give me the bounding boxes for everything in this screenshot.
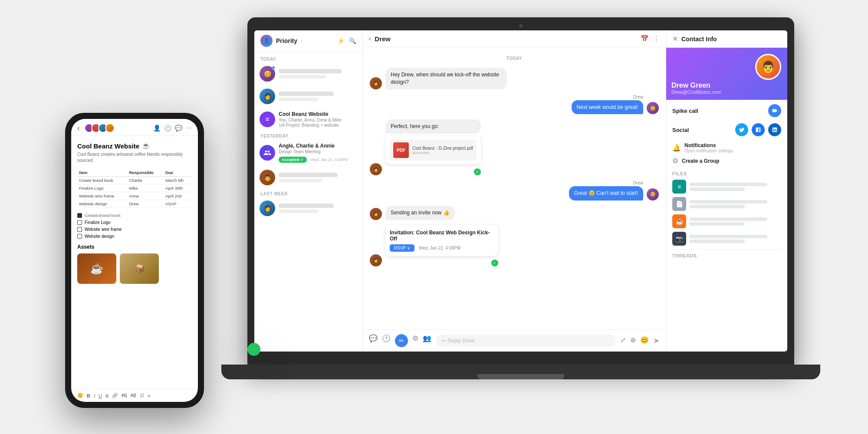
file-attachment: PDF Cool Beanz - D-Zine project.pdf docu… (390, 140, 477, 161)
table-row: Create brand book Charlie March 5th (77, 177, 192, 184)
file-icon-1: ≡ (672, 180, 686, 194)
file-row-3: ☕ (672, 214, 781, 228)
checkbox-4[interactable] (77, 234, 82, 239)
checklist-button[interactable]: ☑ (140, 393, 144, 398)
linkedin-button[interactable] (768, 123, 781, 136)
date-today: TODAY (370, 56, 659, 61)
msg-bubble-4: Great 😊 Can't wait to start! (569, 186, 643, 201)
send-icon[interactable]: ➤ (653, 336, 660, 345)
add-icon[interactable]: ⊕ (630, 336, 636, 345)
video-call-button[interactable] (768, 104, 781, 117)
conv-item-design-team[interactable]: Angle, Charlie & Annie Design Team Meeti… (254, 139, 362, 166)
msg-sender-drew-2: Drew (633, 181, 643, 185)
chat-header-icons: 📅 ⋮ (641, 35, 660, 43)
compose-button[interactable]: ✏ (395, 334, 408, 347)
history-icon[interactable]: 🕐 (164, 125, 171, 132)
underline-button[interactable]: U (99, 393, 102, 398)
section-today: TODAY (254, 54, 362, 62)
msg-row-2: 😊 Drew Next week would be great! (370, 95, 659, 115)
apps-icon[interactable]: ⚙ (412, 334, 418, 347)
strikethrough-button[interactable]: S (105, 393, 108, 398)
contacts-icon[interactable]: 👤 (153, 125, 161, 132)
italic-button[interactable]: I (94, 393, 95, 398)
threads-label: THREADS (672, 249, 781, 258)
file-lines-4 (690, 235, 781, 243)
contact-hero-info: Drew Green Drew@CoolBeanz.com (671, 82, 721, 95)
conv-avatar-6: 👩 (260, 201, 275, 216)
checkbox-1[interactable] (77, 213, 82, 218)
contact-hero-banner: 👨 Drew Green Drew@CoolBeanz.com (666, 48, 787, 100)
expand-icon[interactable]: ⤢ (620, 336, 626, 345)
filter-icon[interactable]: ⚡ (337, 37, 345, 44)
more-options-icon[interactable]: ⋮ (653, 35, 660, 43)
link-button[interactable]: 🔗 (112, 393, 118, 398)
table-row: Finalize Logo Mike April 30th (77, 184, 192, 192)
spike-call-label: Spike call (672, 108, 698, 114)
msg-row-5: 👩 Sending an invite now 👍 (370, 206, 659, 220)
h2-button[interactable]: H2 (131, 393, 136, 398)
phone-device: ‹ 👤 🕐 💬 ⋯ Cool Beanz Website (65, 113, 204, 408)
phone-doc-title: Cool Beanz Website ☕ (77, 142, 192, 150)
facebook-button[interactable] (752, 123, 765, 136)
create-group-row[interactable]: ⚙ Create a Group (672, 157, 781, 165)
calendar-icon[interactable]: 📅 (641, 35, 649, 43)
conv-item-coolbeanz[interactable]: ≡ Cool Beanz Website You, Charlie, Anna,… (254, 108, 362, 131)
msg-row-4: 😊 Drew Great 😊 Can't wait to start! (370, 181, 659, 201)
bold-button[interactable]: B (87, 393, 90, 398)
conv-avatar-1: 😊 (260, 66, 275, 82)
conv-list-header-icons: ⚡ 🔍 (337, 37, 356, 44)
laptop-screen: 👤 Priority › ⚡ 🔍 TODAY (254, 30, 787, 352)
phone-task-table: Item Responsible Due Create brand book C… (77, 169, 192, 208)
read-receipt-2: ✓ (491, 260, 498, 266)
clock-icon[interactable]: 🕐 (382, 334, 391, 347)
read-receipt: ✓ (474, 168, 481, 175)
chat-reply-input[interactable]: ↩ Reply Drew (436, 335, 616, 347)
twitter-button[interactable] (735, 123, 748, 136)
conv-item-5[interactable]: 👨 (254, 166, 362, 189)
social-section: Social (672, 123, 781, 136)
msg-avatar-outgoing-2: 😊 (647, 188, 659, 201)
emoji-icon[interactable]: 😊 (640, 336, 649, 345)
msg-row-3: 👩 Perfect, here you go: PDF Cool Beanz -… (370, 119, 659, 175)
list-button[interactable]: ≡ (148, 393, 150, 398)
conv-item-6[interactable]: 👩 (254, 197, 362, 220)
rsvp-button[interactable]: RSVP ∨ (390, 244, 414, 252)
chat-back-button[interactable]: ‹ (369, 35, 371, 43)
chat-send-icons: ⤢ ⊕ 😊 ➤ (620, 336, 660, 345)
chat-title: Drew (375, 35, 391, 43)
chat-bubble-icon[interactable]: 💬 (369, 334, 378, 347)
checkbox-2[interactable] (77, 220, 82, 225)
file-row-1: ≡ (672, 180, 781, 194)
chat-input-left-icons: 💬 🕐 ✏ ⚙ 👥 (369, 334, 431, 347)
conv-item-2[interactable]: 👩 (254, 85, 362, 108)
phone-doc-subtitle: Cool Beanz creates artisanal coffee blen… (77, 151, 192, 164)
table-col-item: Item (77, 169, 127, 177)
invite-card: Invitation: Cool Beanz Web Design Kick-O… (385, 225, 498, 256)
file-row-4: 📷 (672, 232, 781, 246)
search-icon[interactable]: 🔍 (349, 37, 356, 44)
checkbox-3[interactable] (77, 227, 82, 232)
notifications-label: Notifications (684, 142, 781, 148)
msg-bubble-1: Hey Drew, when should we kick-off the we… (385, 68, 507, 89)
conv-item-1[interactable]: 😊 (254, 62, 362, 85)
invite-date: Wed, Jan 22, 4:00PM (419, 246, 460, 250)
close-icon[interactable]: ✕ (672, 35, 678, 43)
more-icon[interactable]: ⋯ (186, 125, 192, 132)
check-item-3: Website wire frame (77, 227, 192, 232)
chat-icon[interactable]: 💬 (175, 125, 182, 132)
contacts-icon[interactable]: 👥 (423, 334, 431, 347)
h1-button[interactable]: H1 (122, 393, 127, 398)
file-icon-4: 📷 (672, 232, 686, 246)
social-icons-row (735, 123, 781, 136)
phone-back-button[interactable]: ‹ (77, 124, 80, 133)
conv-info-group: Cool Beanz Website You, Charlie, Anna, D… (279, 111, 357, 128)
spike-call-row: Spike call (672, 104, 781, 117)
notifications-row[interactable]: 🔔 Notifications Open notification settin… (672, 142, 781, 153)
chat-header: ‹ Drew 📅 ⋮ (363, 30, 666, 47)
phone-content: Cool Beanz Website ☕ Cool Beanz creates … (71, 136, 198, 389)
chat-panel: ‹ Drew 📅 ⋮ TODAY 👩 (363, 30, 666, 352)
call-icons (768, 104, 781, 117)
msg-file-card: PDF Cool Beanz - D-Zine project.pdf docu… (385, 136, 481, 164)
emoji-button[interactable]: 🙂 (77, 393, 83, 398)
phone-header-icons: 👤 🕐 💬 ⋯ (153, 125, 192, 132)
